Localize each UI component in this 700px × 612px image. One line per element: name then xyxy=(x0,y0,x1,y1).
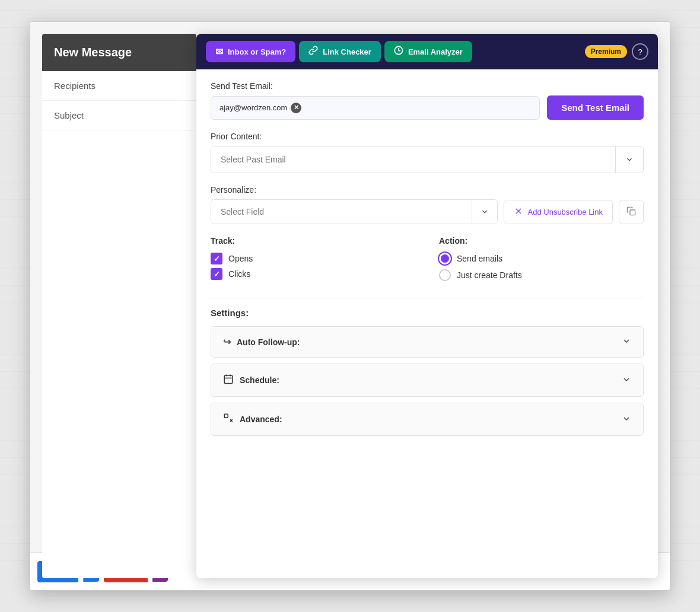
opens-label: Opens xyxy=(228,254,253,263)
personalize-row: Add Unsubscribe Link xyxy=(211,199,644,224)
action-title: Action: xyxy=(439,236,644,246)
advanced-label: Advanced: xyxy=(240,415,282,424)
past-email-dropdown-arrow[interactable] xyxy=(615,146,643,173)
svg-rect-2 xyxy=(224,375,233,384)
prior-content-section: Prior Content: xyxy=(211,132,644,173)
schedule-title: Schedule: xyxy=(223,374,279,387)
email-value: ajay@wordzen.com xyxy=(219,103,287,112)
email-tag-close[interactable]: ✕ xyxy=(291,103,301,113)
tab-link-checker-label: Link Checker xyxy=(323,47,371,56)
track-section: Track: ✓ Opens ✓ Clicks xyxy=(211,236,415,283)
auto-followup-label: Auto Follow-up: xyxy=(237,337,300,347)
send-test-row: ajay@wordzen.com ✕ Send Test Email xyxy=(211,95,644,120)
tab-link-checker[interactable]: Link Checker xyxy=(299,41,381,62)
field-select-arrow[interactable] xyxy=(472,200,497,224)
auto-followup-accordion: ↪ Auto Follow-up: xyxy=(211,326,644,358)
select-field-input[interactable] xyxy=(211,200,472,224)
send-emails-radio-row: Send emails xyxy=(439,253,644,264)
inbox-spam-icon: ✉ xyxy=(215,46,223,58)
just-create-drafts-radio-row: Just create Drafts xyxy=(439,269,644,281)
tab-email-analyzer-label: Email Analyzer xyxy=(408,47,463,56)
clicks-check-icon: ✓ xyxy=(214,270,220,279)
send-emails-radio[interactable] xyxy=(439,253,451,264)
field-select-wrapper xyxy=(211,199,498,224)
tab-email-analyzer[interactable]: Email Analyzer xyxy=(384,41,472,62)
auto-followup-title: ↪ Auto Follow-up: xyxy=(223,336,300,348)
personalize-section: Personalize: Add Unsubscribe Link xyxy=(211,185,644,224)
auto-followup-icon: ↪ xyxy=(223,336,231,348)
advanced-arrow-icon xyxy=(622,414,631,425)
advanced-header[interactable]: Advanced: xyxy=(211,403,643,435)
schedule-header[interactable]: Schedule: xyxy=(211,364,643,396)
svg-rect-1 xyxy=(630,210,635,215)
sidebar-title: New Message xyxy=(54,46,132,59)
send-emails-label: Send emails xyxy=(457,254,502,263)
auto-followup-header[interactable]: ↪ Auto Follow-up: xyxy=(211,327,643,357)
sidebar-item-recipients-label: Recipients xyxy=(54,81,96,91)
send-test-label: Send Test Email: xyxy=(211,81,644,91)
opens-checkbox[interactable]: ✓ xyxy=(211,253,222,264)
email-tag-input[interactable]: ajay@wordzen.com ✕ xyxy=(211,96,540,120)
tab-inbox-spam-label: Inbox or Spam? xyxy=(228,47,286,56)
add-unsubscribe-button[interactable]: Add Unsubscribe Link xyxy=(504,200,613,224)
sidebar-item-recipients[interactable]: Recipients xyxy=(42,71,196,101)
clicks-checkbox-row: ✓ Clicks xyxy=(211,268,415,280)
just-create-drafts-radio[interactable] xyxy=(439,269,451,281)
sidebar-panel: New Message Recipients Subject xyxy=(42,34,196,578)
email-analyzer-icon xyxy=(394,46,403,58)
schedule-icon xyxy=(223,374,234,387)
sidebar-header: New Message xyxy=(42,34,196,71)
clicks-checkbox[interactable]: ✓ xyxy=(211,268,222,280)
copy-button[interactable] xyxy=(619,200,644,224)
opens-check-icon: ✓ xyxy=(214,254,220,263)
advanced-icon xyxy=(223,413,234,426)
sidebar-item-subject-label: Subject xyxy=(54,110,84,120)
schedule-arrow-icon xyxy=(622,375,631,386)
divider xyxy=(211,298,644,298)
select-past-email-input[interactable] xyxy=(211,146,615,173)
prior-content-label: Prior Content: xyxy=(211,132,644,141)
content-area: Send Test Email: ajay@wordzen.com ✕ Send… xyxy=(196,69,658,578)
sidebar-item-subject[interactable]: Subject xyxy=(42,101,196,130)
track-action-row: Track: ✓ Opens ✓ Clicks xyxy=(211,236,644,286)
just-create-drafts-label: Just create Drafts xyxy=(457,270,522,280)
add-unsubscribe-label: Add Unsubscribe Link xyxy=(528,208,603,216)
clicks-label: Clicks xyxy=(228,269,250,279)
track-title: Track: xyxy=(211,236,415,246)
action-section: Action: Send emails Just create Drafts xyxy=(439,236,644,286)
personalize-label: Personalize: xyxy=(211,185,644,195)
settings-title: Settings: xyxy=(211,308,644,318)
auto-followup-arrow-icon xyxy=(622,336,631,348)
help-label: ? xyxy=(638,47,642,56)
premium-badge[interactable]: Premium xyxy=(585,45,627,58)
unsubscribe-icon xyxy=(514,206,523,218)
send-test-section: Send Test Email: ajay@wordzen.com ✕ Send… xyxy=(211,81,644,120)
advanced-accordion: Advanced: xyxy=(211,403,644,436)
nav-tabs: ✉ Inbox or Spam? Link Checker Email Anal… xyxy=(206,41,580,62)
copy-icon xyxy=(626,206,636,218)
past-email-row xyxy=(211,146,644,173)
send-test-button[interactable]: Send Test Email xyxy=(547,95,644,120)
overlay-panel: ✉ Inbox or Spam? Link Checker Email Anal… xyxy=(196,34,658,578)
tab-inbox-spam[interactable]: ✉ Inbox or Spam? xyxy=(206,41,295,62)
advanced-title: Advanced: xyxy=(223,413,282,426)
help-icon[interactable]: ? xyxy=(632,43,648,60)
schedule-label: Schedule: xyxy=(240,375,279,385)
link-checker-icon xyxy=(308,46,318,58)
svg-rect-6 xyxy=(224,414,228,417)
nav-bar: ✉ Inbox or Spam? Link Checker Email Anal… xyxy=(196,34,658,69)
email-tag: ajay@wordzen.com ✕ xyxy=(219,103,301,113)
settings-section: Settings: ↪ Auto Follow-up: xyxy=(211,308,644,436)
opens-checkbox-row: ✓ Opens xyxy=(211,253,415,264)
schedule-accordion: Schedule: xyxy=(211,364,644,397)
